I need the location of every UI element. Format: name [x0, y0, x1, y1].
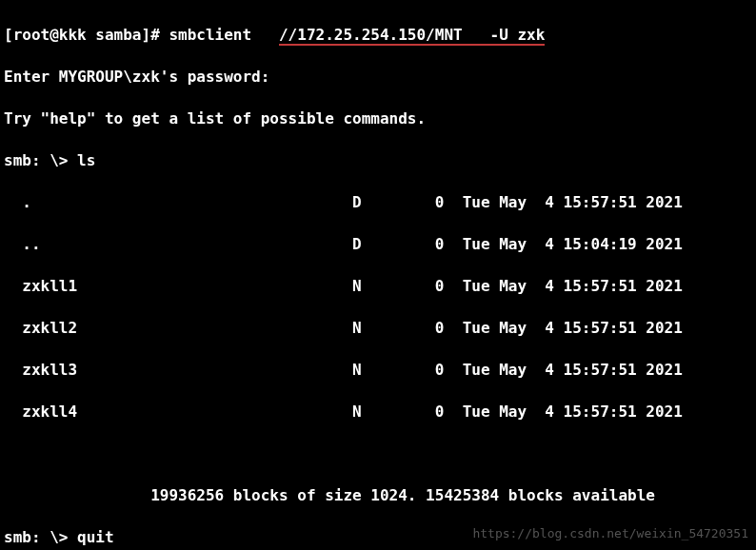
cmd-plain: smbclient [169, 26, 279, 44]
terminal-output[interactable]: [root@kkk samba]# smbclient //172.25.254… [0, 0, 756, 550]
password-prompt: Enter MYGROUP\zxk's password: [4, 67, 752, 88]
smb-ls: smb: \> ls [4, 150, 752, 171]
list-item: . D 0 Tue May 4 15:57:51 2021 [4, 192, 752, 213]
blocks-summary: 19936256 blocks of size 1024. 15425384 b… [4, 485, 752, 506]
shell-prompt-line: [root@kkk samba]# smbclient //172.25.254… [4, 25, 752, 46]
cmd-underlined: //172.25.254.150/MNT -U zxk [279, 26, 545, 46]
shell-prompt: [root@kkk samba]# [4, 26, 169, 44]
list-item: zxkll2 N 0 Tue May 4 15:57:51 2021 [4, 318, 752, 339]
watermark: https://blog.csdn.net/weixin_54720351 [472, 523, 748, 544]
blank-line [4, 443, 752, 464]
list-item: zxkll1 N 0 Tue May 4 15:57:51 2021 [4, 276, 752, 297]
help-hint: Try "help" to get a list of possible com… [4, 108, 752, 129]
list-item: zxkll3 N 0 Tue May 4 15:57:51 2021 [4, 360, 752, 381]
list-item: .. D 0 Tue May 4 15:04:19 2021 [4, 234, 752, 255]
list-item: zxkll4 N 0 Tue May 4 15:57:51 2021 [4, 402, 752, 422]
